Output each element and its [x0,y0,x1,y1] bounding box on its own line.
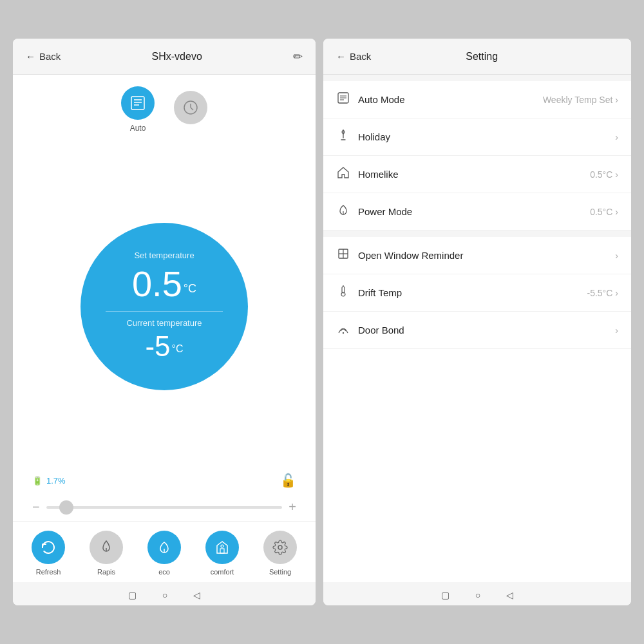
svg-point-10 [221,545,223,547]
manual-mode-icon [174,91,207,124]
rapis-button[interactable]: Rapis [90,531,123,576]
set-temp-value: 0.5 [132,263,182,304]
setting-item-right-drift-temp: -5.5°C › [587,288,618,298]
setting-item-auto-mode[interactable]: Auto Mode Weekly Temp Set › [323,81,631,118]
power-mode-setting-label: Power Mode [358,206,412,217]
battery-info: 🔋 1.7% [32,476,66,486]
drift-temp-setting-value: -5.5°C [587,288,612,298]
eco-icon [147,531,181,564]
homelike-setting-value: 0.5°C [590,169,612,180]
auto-mode-setting-icon [336,91,350,108]
set-temp-display: 0.5°C [132,263,196,305]
left-device-title: SHx-vdevo [152,51,202,62]
setting-item-left-open-window: Open Window Reminder [336,247,463,263]
svg-line-6 [191,108,193,110]
holiday-setting-icon [336,129,350,145]
auto-mode-setting-value: Weekly Temp Set [543,95,612,105]
right-header: ← Back Setting [323,39,631,75]
setting-item-open-window[interactable]: Open Window Reminder › [323,237,631,274]
setting-item-left-homelike: Homelike [336,166,399,182]
slider-track[interactable] [46,506,283,509]
comfort-label: comfort [211,568,234,576]
homelike-chevron-icon: › [615,169,618,180]
door-bond-setting-icon [336,322,350,338]
set-temp-label: Set temperature [134,251,194,260]
left-android-nav: ▢ ○ ◁ [13,582,316,605]
refresh-label: Refresh [36,568,61,576]
setting-item-left-power-mode: Power Mode [336,204,412,220]
setting-button[interactable]: Setting [263,531,297,576]
drift-temp-setting-icon [336,285,350,301]
eco-label: eco [158,568,170,576]
comfort-icon [205,531,239,564]
auto-mode-chevron-icon: › [615,95,618,105]
left-edit-icon[interactable]: ✏ [293,50,303,64]
power-mode-chevron-icon: › [615,207,618,217]
rapis-label: Rapis [97,568,115,576]
setting-item-right-power-mode: 0.5°C › [590,207,618,217]
setting-item-holiday[interactable]: Holiday › [323,118,631,156]
setting-item-right-homelike: 0.5°C › [590,169,618,180]
svg-point-24 [343,332,344,334]
setting-item-door-bond[interactable]: Door Bond › [323,312,631,349]
left-back-button[interactable]: ← Back [26,51,61,62]
battery-value: 1.7% [46,476,66,486]
holiday-setting-label: Holiday [358,131,390,142]
left-square-nav[interactable]: ▢ [128,590,137,600]
power-mode-setting-value: 0.5°C [590,207,612,217]
holiday-chevron-icon: › [615,132,618,142]
left-back-label: Back [39,51,61,62]
left-header: ← Back SHx-vdevo ✏ [13,39,316,75]
drift-temp-chevron-icon: › [615,288,618,298]
svg-point-11 [278,545,282,549]
setting-item-left-drift-temp: Drift Temp [336,285,402,301]
current-temp-display: -5°C [145,330,183,363]
set-temp-unit: °C [184,282,196,295]
setting-item-right-auto-mode: Weekly Temp Set › [543,95,618,105]
right-back-nav[interactable]: ◁ [506,590,513,600]
setting-label: Setting [269,568,291,576]
setting-item-drift-temp[interactable]: Drift Temp -5.5°C › [323,274,631,312]
setting-item-homelike[interactable]: Homelike 0.5°C › [323,156,631,193]
refresh-button[interactable]: Refresh [32,531,65,576]
current-temp-label: Current temperature [126,318,202,328]
slider-plus-button[interactable]: + [289,500,296,515]
setting-item-power-mode[interactable]: Power Mode 0.5°C › [323,193,631,231]
thermostat-area: Set temperature 0.5°C Current temperatur… [13,139,316,468]
current-temp-unit: °C [172,343,184,354]
svg-rect-9 [220,549,224,553]
slider-minus-button[interactable]: − [32,500,40,515]
auto-mode-setting-label: Auto Mode [358,94,405,105]
left-back-nav[interactable]: ◁ [193,590,200,600]
battery-icon: 🔋 [32,476,43,486]
open-window-chevron-icon: › [615,251,618,261]
right-back-button[interactable]: ← Back [336,51,371,62]
setting-item-left-auto-mode: Auto Mode [336,91,405,108]
lock-icon[interactable]: 🔓 [280,473,296,488]
door-bond-setting-label: Door Bond [358,325,404,336]
thermostat-circle: Set temperature 0.5°C Current temperatur… [80,223,248,390]
setting-item-left-door-bond: Door Bond [336,322,404,338]
homelike-setting-icon [336,166,350,182]
auto-mode-button[interactable]: Auto [121,86,155,133]
right-square-nav[interactable]: ▢ [441,590,450,600]
slider-thumb[interactable] [59,500,73,515]
setting-item-right-door-bond: › [612,325,618,336]
left-back-arrow-icon: ← [26,51,35,62]
refresh-icon [32,531,65,564]
left-circle-nav[interactable]: ○ [162,590,167,600]
section-divider-mid [323,231,631,237]
section-divider-top [323,75,631,81]
right-circle-nav[interactable]: ○ [475,590,480,600]
open-window-setting-icon [336,247,350,263]
eco-button[interactable]: eco [147,531,181,576]
manual-mode-button[interactable] [174,91,207,128]
comfort-button[interactable]: comfort [205,531,239,576]
right-back-arrow-icon: ← [336,51,346,62]
svg-rect-0 [131,97,144,109]
right-header-title: Setting [466,51,498,62]
auto-mode-label: Auto [130,124,146,133]
right-panel: ← Back Setting [323,39,631,605]
power-mode-setting-icon [336,204,350,220]
right-android-nav: ▢ ○ ◁ [323,582,631,605]
